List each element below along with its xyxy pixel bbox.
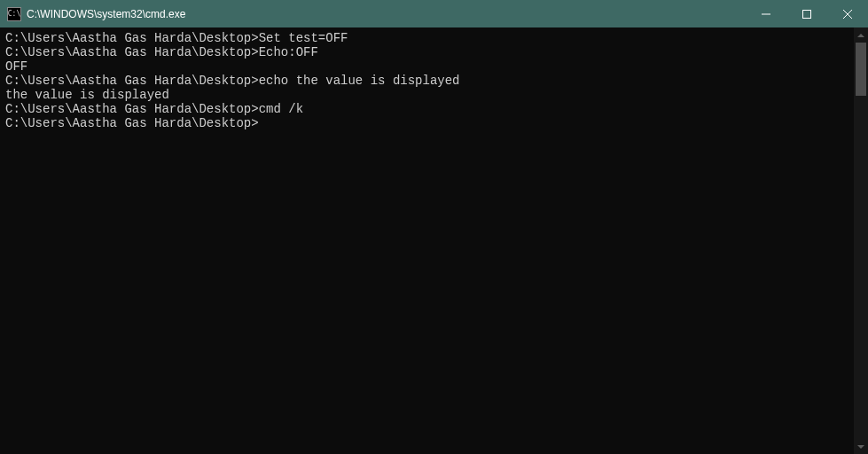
terminal-area: C:\Users\Aastha Gas Harda\Desktop>Set te… <box>0 27 868 454</box>
window-controls <box>746 0 868 27</box>
scroll-up-button[interactable] <box>854 27 868 43</box>
prompt-path: C:\Users\Aastha Gas Harda\Desktop> <box>5 74 259 88</box>
scrollbar[interactable] <box>854 27 868 454</box>
maximize-icon <box>802 10 811 19</box>
chevron-down-icon <box>857 445 864 449</box>
window-title: C:\WINDOWS\system32\cmd.exe <box>27 8 746 20</box>
scroll-track[interactable] <box>854 43 868 439</box>
terminal-content[interactable]: C:\Users\Aastha Gas Harda\Desktop>Set te… <box>0 27 854 454</box>
minimize-icon <box>762 10 770 19</box>
scroll-down-button[interactable] <box>854 439 868 454</box>
terminal-line: C:\Users\Aastha Gas Harda\Desktop>Echo:O… <box>5 45 848 59</box>
prompt-command: cmd /k <box>259 102 303 116</box>
terminal-line: the value is displayed <box>5 88 848 102</box>
scroll-thumb[interactable] <box>856 43 866 96</box>
prompt-command: Echo:OFF <box>259 45 318 59</box>
terminal-line: C:\Users\Aastha Gas Harda\Desktop>Set te… <box>5 31 848 45</box>
prompt-path: C:\Users\Aastha Gas Harda\Desktop> <box>5 102 259 116</box>
terminal-line: C:\Users\Aastha Gas Harda\Desktop>cmd /k <box>5 102 848 116</box>
prompt-command: Set test=OFF <box>259 31 348 45</box>
cmd-window: C:\ C:\WINDOWS\system32\cmd.exe C:\U <box>0 0 868 454</box>
prompt-command: echo the value is displayed <box>259 74 460 88</box>
cmd-icon: C:\ <box>7 7 21 21</box>
maximize-button[interactable] <box>786 0 827 27</box>
terminal-line: C:\Users\Aastha Gas Harda\Desktop> <box>5 116 848 130</box>
close-button[interactable] <box>827 0 868 27</box>
terminal-line: C:\Users\Aastha Gas Harda\Desktop>echo t… <box>5 74 848 88</box>
chevron-up-icon <box>857 34 864 37</box>
prompt-path: C:\Users\Aastha Gas Harda\Desktop> <box>5 45 259 59</box>
terminal-line: OFF <box>5 59 848 74</box>
prompt-path: C:\Users\Aastha Gas Harda\Desktop> <box>5 31 259 45</box>
minimize-button[interactable] <box>746 0 786 27</box>
titlebar[interactable]: C:\ C:\WINDOWS\system32\cmd.exe <box>0 0 868 27</box>
svg-rect-1 <box>803 10 811 18</box>
prompt-path: C:\Users\Aastha Gas Harda\Desktop> <box>5 116 259 130</box>
close-icon <box>843 10 852 19</box>
